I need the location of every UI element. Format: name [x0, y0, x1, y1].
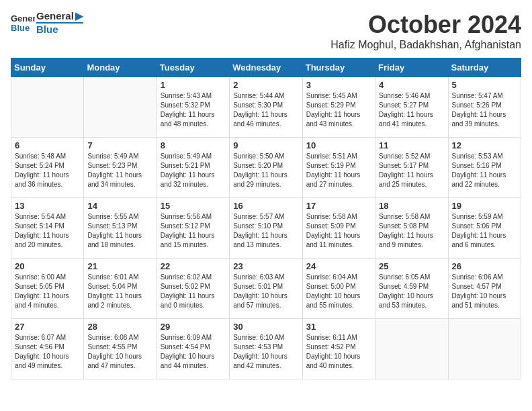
logo-line2: Blue — [36, 22, 83, 36]
day-info: Sunrise: 5:52 AM Sunset: 5:17 PM Dayligh… — [379, 152, 444, 189]
col-friday: Friday — [375, 58, 448, 77]
day-info: Sunrise: 5:49 AM Sunset: 5:21 PM Dayligh… — [161, 152, 226, 189]
table-row: 9Sunrise: 5:50 AM Sunset: 5:20 PM Daylig… — [230, 138, 302, 198]
day-number: 25 — [379, 261, 444, 271]
day-number: 18 — [379, 201, 444, 211]
day-number: 3 — [306, 80, 371, 90]
table-row: 29Sunrise: 6:09 AM Sunset: 4:54 PM Dayli… — [157, 319, 229, 379]
table-row: 23Sunrise: 6:03 AM Sunset: 5:01 PM Dayli… — [230, 259, 302, 319]
day-number: 12 — [452, 140, 517, 150]
table-row: 13Sunrise: 5:54 AM Sunset: 5:14 PM Dayli… — [11, 198, 84, 259]
day-info: Sunrise: 5:46 AM Sunset: 5:27 PM Dayligh… — [379, 91, 444, 129]
logo-line1: General▶ — [36, 11, 83, 22]
day-number: 13 — [15, 201, 80, 211]
logo-icon: General Blue — [11, 11, 35, 35]
calendar-week-row: 20Sunrise: 6:00 AM Sunset: 5:05 PM Dayli… — [11, 259, 521, 319]
day-number: 20 — [15, 261, 80, 271]
day-info: Sunrise: 5:53 AM Sunset: 5:16 PM Dayligh… — [452, 152, 517, 189]
table-row: 10Sunrise: 5:51 AM Sunset: 5:19 PM Dayli… — [302, 138, 375, 198]
day-number: 19 — [452, 201, 517, 211]
day-info: Sunrise: 5:47 AM Sunset: 5:26 PM Dayligh… — [452, 91, 517, 129]
calendar-week-row: 1Sunrise: 5:43 AM Sunset: 5:32 PM Daylig… — [11, 77, 521, 138]
day-info: Sunrise: 5:58 AM Sunset: 5:08 PM Dayligh… — [379, 212, 444, 250]
calendar-week-row: 13Sunrise: 5:54 AM Sunset: 5:14 PM Dayli… — [11, 198, 521, 259]
table-row: 1Sunrise: 5:43 AM Sunset: 5:32 PM Daylig… — [157, 77, 229, 138]
table-row — [11, 77, 84, 138]
day-number: 9 — [233, 140, 298, 150]
table-row: 25Sunrise: 6:05 AM Sunset: 4:59 PM Dayli… — [375, 259, 448, 319]
day-number: 5 — [452, 80, 517, 90]
col-tuesday: Tuesday — [157, 58, 229, 77]
month-title: October 2024 — [330, 11, 521, 39]
day-info: Sunrise: 5:44 AM Sunset: 5:30 PM Dayligh… — [233, 91, 298, 129]
col-thursday: Thursday — [302, 58, 375, 77]
table-row — [448, 319, 521, 379]
day-info: Sunrise: 5:50 AM Sunset: 5:20 PM Dayligh… — [233, 152, 298, 189]
calendar-header-row: Sunday Monday Tuesday Wednesday Thursday… — [11, 58, 521, 77]
day-info: Sunrise: 6:04 AM Sunset: 5:00 PM Dayligh… — [306, 273, 371, 310]
day-number: 30 — [233, 322, 298, 332]
table-row — [84, 77, 157, 138]
table-row: 2Sunrise: 5:44 AM Sunset: 5:30 PM Daylig… — [230, 77, 302, 138]
table-row: 14Sunrise: 5:55 AM Sunset: 5:13 PM Dayli… — [84, 198, 157, 259]
day-number: 8 — [161, 140, 226, 150]
table-row: 27Sunrise: 6:07 AM Sunset: 4:56 PM Dayli… — [11, 319, 84, 379]
table-row: 15Sunrise: 5:56 AM Sunset: 5:12 PM Dayli… — [157, 198, 229, 259]
table-row: 19Sunrise: 5:59 AM Sunset: 5:06 PM Dayli… — [448, 198, 521, 259]
day-number: 29 — [161, 322, 226, 332]
table-row: 5Sunrise: 5:47 AM Sunset: 5:26 PM Daylig… — [448, 77, 521, 138]
day-info: Sunrise: 5:57 AM Sunset: 5:10 PM Dayligh… — [233, 212, 298, 250]
table-row: 31Sunrise: 6:11 AM Sunset: 4:52 PM Dayli… — [302, 319, 375, 379]
table-row: 26Sunrise: 6:06 AM Sunset: 4:57 PM Dayli… — [448, 259, 521, 319]
day-info: Sunrise: 5:58 AM Sunset: 5:09 PM Dayligh… — [306, 212, 371, 250]
calendar-week-row: 27Sunrise: 6:07 AM Sunset: 4:56 PM Dayli… — [11, 319, 521, 379]
day-info: Sunrise: 6:00 AM Sunset: 5:05 PM Dayligh… — [15, 273, 80, 310]
day-number: 6 — [15, 140, 80, 150]
day-number: 7 — [87, 140, 152, 150]
day-info: Sunrise: 6:06 AM Sunset: 4:57 PM Dayligh… — [452, 273, 517, 310]
day-info: Sunrise: 6:11 AM Sunset: 4:52 PM Dayligh… — [306, 333, 371, 371]
day-number: 11 — [379, 140, 444, 150]
day-number: 1 — [161, 80, 226, 90]
day-number: 2 — [233, 80, 298, 90]
day-info: Sunrise: 6:02 AM Sunset: 5:02 PM Dayligh… — [161, 273, 226, 310]
day-info: Sunrise: 6:09 AM Sunset: 4:54 PM Dayligh… — [161, 333, 226, 371]
table-row: 22Sunrise: 6:02 AM Sunset: 5:02 PM Dayli… — [157, 259, 229, 319]
calendar-table: Sunday Monday Tuesday Wednesday Thursday… — [11, 58, 521, 379]
day-info: Sunrise: 6:05 AM Sunset: 4:59 PM Dayligh… — [379, 273, 444, 310]
day-number: 23 — [233, 261, 298, 271]
day-info: Sunrise: 5:54 AM Sunset: 5:14 PM Dayligh… — [15, 212, 80, 250]
day-number: 17 — [306, 201, 371, 211]
day-info: Sunrise: 5:45 AM Sunset: 5:29 PM Dayligh… — [306, 91, 371, 129]
col-wednesday: Wednesday — [230, 58, 302, 77]
title-block: October 2024 Hafiz Moghul, Badakhshan, A… — [330, 11, 521, 51]
day-number: 27 — [15, 322, 80, 332]
table-row: 20Sunrise: 6:00 AM Sunset: 5:05 PM Dayli… — [11, 259, 84, 319]
day-number: 15 — [161, 201, 226, 211]
day-info: Sunrise: 5:56 AM Sunset: 5:12 PM Dayligh… — [161, 212, 226, 250]
day-number: 31 — [306, 322, 371, 332]
table-row: 21Sunrise: 6:01 AM Sunset: 5:04 PM Dayli… — [84, 259, 157, 319]
table-row — [375, 319, 448, 379]
day-info: Sunrise: 6:08 AM Sunset: 4:55 PM Dayligh… — [87, 333, 152, 371]
table-row: 28Sunrise: 6:08 AM Sunset: 4:55 PM Dayli… — [84, 319, 157, 379]
day-info: Sunrise: 5:55 AM Sunset: 5:13 PM Dayligh… — [87, 212, 152, 250]
table-row: 7Sunrise: 5:49 AM Sunset: 5:23 PM Daylig… — [84, 138, 157, 198]
table-row: 6Sunrise: 5:48 AM Sunset: 5:24 PM Daylig… — [11, 138, 84, 198]
day-number: 22 — [161, 261, 226, 271]
day-info: Sunrise: 6:10 AM Sunset: 4:53 PM Dayligh… — [233, 333, 298, 371]
table-row: 30Sunrise: 6:10 AM Sunset: 4:53 PM Dayli… — [230, 319, 302, 379]
day-info: Sunrise: 5:43 AM Sunset: 5:32 PM Dayligh… — [161, 91, 226, 129]
col-sunday: Sunday — [11, 58, 84, 77]
day-info: Sunrise: 6:03 AM Sunset: 5:01 PM Dayligh… — [233, 273, 298, 310]
col-monday: Monday — [84, 58, 157, 77]
table-row: 11Sunrise: 5:52 AM Sunset: 5:17 PM Dayli… — [375, 138, 448, 198]
day-number: 4 — [379, 80, 444, 90]
table-row: 12Sunrise: 5:53 AM Sunset: 5:16 PM Dayli… — [448, 138, 521, 198]
page-header: General Blue General▶ Blue October 2024 … — [11, 11, 521, 51]
day-info: Sunrise: 6:01 AM Sunset: 5:04 PM Dayligh… — [87, 273, 152, 310]
day-number: 28 — [87, 322, 152, 332]
table-row: 4Sunrise: 5:46 AM Sunset: 5:27 PM Daylig… — [375, 77, 448, 138]
day-info: Sunrise: 5:51 AM Sunset: 5:19 PM Dayligh… — [306, 152, 371, 189]
calendar-week-row: 6Sunrise: 5:48 AM Sunset: 5:24 PM Daylig… — [11, 138, 521, 198]
